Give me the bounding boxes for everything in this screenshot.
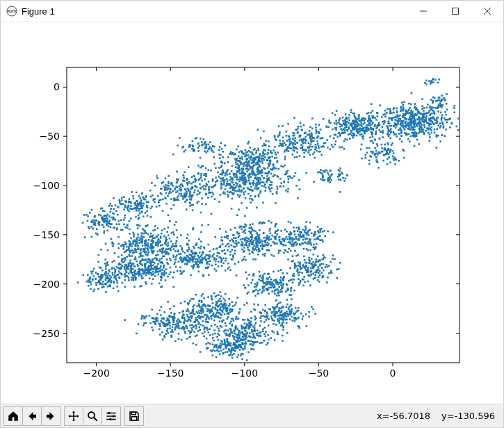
svg-rect-732 (371, 115, 373, 117)
svg-rect-3875 (196, 319, 198, 321)
forward-button[interactable] (41, 406, 60, 426)
pan-button[interactable] (64, 406, 83, 426)
zoom-button[interactable] (83, 406, 102, 426)
svg-rect-2783 (186, 258, 188, 261)
svg-rect-2268 (141, 240, 143, 242)
svg-rect-1437 (252, 170, 254, 172)
cursor-status: x=-56.7018 y=-130.596 (377, 411, 501, 421)
svg-rect-4701 (377, 161, 379, 163)
svg-rect-3824 (195, 324, 197, 326)
svg-rect-3586 (263, 282, 265, 284)
svg-rect-3076 (234, 250, 236, 252)
svg-rect-2254 (143, 229, 145, 231)
svg-rect-3144 (236, 245, 238, 247)
svg-rect-4330 (207, 347, 209, 349)
svg-rect-2755 (213, 254, 215, 256)
svg-rect-3158 (248, 245, 250, 247)
svg-rect-3305 (294, 265, 296, 268)
svg-rect-3722 (211, 308, 213, 310)
svg-rect-110 (445, 114, 447, 116)
svg-rect-3124 (257, 233, 259, 236)
svg-rect-3898 (141, 315, 143, 317)
configure-button[interactable] (101, 406, 121, 426)
svg-rect-4339 (231, 354, 233, 356)
svg-rect-2079 (123, 248, 125, 250)
svg-rect-4001 (156, 317, 158, 319)
svg-rect-352 (419, 130, 421, 132)
svg-rect-1139 (271, 156, 273, 158)
back-button[interactable] (22, 406, 42, 426)
svg-rect-1674 (175, 186, 177, 188)
svg-rect-3596 (220, 300, 222, 302)
svg-rect-548 (386, 125, 388, 127)
close-button[interactable] (471, 1, 503, 22)
svg-rect-3828 (196, 334, 198, 336)
svg-rect-742 (304, 142, 307, 144)
svg-rect-459 (432, 122, 434, 124)
svg-rect-1105 (270, 160, 272, 162)
svg-rect-3998 (193, 326, 195, 328)
svg-rect-209 (429, 136, 431, 138)
maximize-button[interactable] (439, 1, 471, 22)
svg-rect-3126 (270, 233, 272, 235)
svg-rect-2547 (175, 266, 177, 268)
svg-rect-2008 (130, 217, 132, 220)
svg-rect-1816 (137, 204, 139, 206)
svg-rect-3965 (151, 308, 153, 311)
svg-rect-1395 (235, 173, 237, 175)
svg-rect-3744 (228, 298, 230, 300)
svg-rect-1223 (272, 193, 274, 195)
svg-rect-4356 (260, 320, 262, 322)
svg-rect-2256 (155, 243, 157, 245)
svg-rect-3399 (292, 260, 294, 262)
home-button[interactable] (3, 406, 23, 426)
svg-rect-2288 (154, 262, 156, 264)
save-button[interactable] (124, 406, 144, 426)
svg-rect-3777 (201, 300, 203, 302)
svg-rect-2369 (145, 274, 147, 277)
plot-area[interactable]: −200−150−100−500−250−200−150−100−500 (1, 22, 503, 404)
svg-rect-866 (330, 135, 332, 138)
svg-rect-4622 (431, 81, 433, 83)
svg-rect-1944 (108, 215, 111, 217)
svg-rect-2599 (118, 277, 120, 279)
svg-rect-4464 (291, 310, 293, 312)
svg-rect-921 (278, 145, 280, 147)
svg-rect-1614 (176, 181, 178, 183)
svg-rect-1834 (136, 192, 138, 194)
minimize-button[interactable] (407, 1, 439, 22)
svg-rect-2480 (131, 279, 133, 281)
svg-rect-2175 (180, 253, 182, 255)
svg-rect-3084 (286, 231, 288, 233)
svg-rect-3275 (289, 237, 291, 239)
svg-rect-883 (305, 140, 307, 142)
svg-rect-1492 (279, 186, 282, 188)
svg-rect-471 (414, 125, 416, 127)
svg-rect-2901 (252, 223, 254, 225)
svg-rect-3013 (226, 235, 228, 237)
svg-rect-3277 (295, 227, 298, 229)
svg-rect-1776 (124, 215, 127, 217)
svg-rect-917 (341, 146, 343, 148)
svg-rect-1531 (236, 185, 238, 187)
svg-rect-2441 (131, 255, 133, 257)
svg-rect-4662 (387, 158, 389, 160)
svg-rect-724 (332, 113, 334, 115)
svg-rect-484 (400, 129, 403, 131)
svg-rect-3502 (275, 281, 277, 283)
svg-rect-1714 (167, 185, 169, 187)
svg-rect-4457 (277, 315, 279, 317)
svg-rect-1657 (193, 175, 195, 177)
svg-rect-3745 (201, 313, 203, 315)
arrow-left-icon (26, 410, 38, 422)
svg-rect-2875 (184, 263, 186, 265)
svg-rect-3684 (218, 294, 220, 296)
svg-rect-447 (395, 116, 397, 118)
svg-rect-1745 (150, 216, 152, 218)
svg-rect-888 (302, 145, 304, 147)
svg-rect-735 (328, 120, 330, 122)
svg-rect-2416 (158, 283, 161, 285)
svg-rect-1235 (291, 177, 293, 179)
svg-rect-806 (296, 151, 298, 154)
svg-rect-1835 (147, 215, 149, 217)
